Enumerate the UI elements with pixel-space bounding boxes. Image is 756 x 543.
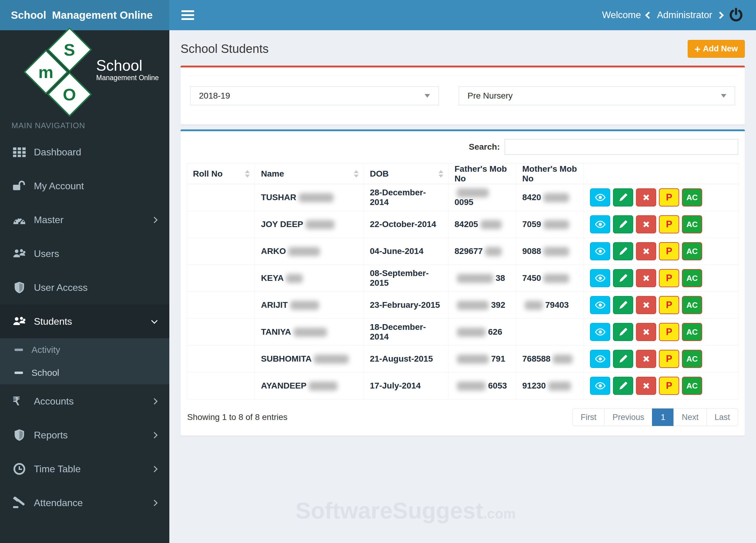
actions-cell: PAC <box>584 372 739 399</box>
ac-button[interactable]: AC <box>682 323 702 341</box>
column-header-dob[interactable]: DOB <box>364 164 448 184</box>
column-header-roll-no[interactable]: Roll No <box>187 164 255 184</box>
add-new-button[interactable]: + Add New <box>688 40 745 58</box>
ac-button[interactable]: AC <box>682 377 702 395</box>
ac-button[interactable]: AC <box>682 296 702 314</box>
page-button-last[interactable]: Last <box>706 408 738 426</box>
ac-button[interactable]: AC <box>682 269 702 287</box>
view-button[interactable] <box>590 323 610 341</box>
promote-button[interactable]: P <box>659 323 679 341</box>
father-mob-cell: 0095 <box>448 184 516 211</box>
mother-mob-cell: 8420 <box>516 184 584 211</box>
redacted-blur <box>543 193 569 202</box>
sidebar-subitem-label: School <box>31 368 59 378</box>
delete-button[interactable] <box>636 215 656 233</box>
ac-button[interactable]: AC <box>682 215 702 233</box>
view-button[interactable] <box>590 350 610 368</box>
edit-button[interactable] <box>613 188 633 206</box>
redacted-blur <box>481 220 502 229</box>
page-title: School Students <box>181 42 269 56</box>
delete-button[interactable] <box>636 242 656 260</box>
shield-icon <box>13 281 34 294</box>
class-select[interactable]: Pre Nursery <box>459 86 735 105</box>
dob-cell: 28-December-2014 <box>364 184 448 211</box>
edit-button[interactable] <box>613 269 633 287</box>
sidebar-item-reports[interactable]: Reports <box>0 418 169 452</box>
sidebar-item-attendance[interactable]: Attendance <box>0 486 169 520</box>
promote-button[interactable]: P <box>659 350 679 368</box>
sidebar-item-label: Reports <box>34 430 68 441</box>
promote-button[interactable]: P <box>659 377 679 395</box>
sidebar-item-dashboard[interactable]: Dashboard <box>0 135 169 169</box>
column-header-name[interactable]: Name <box>255 164 364 184</box>
sidebar-item-label: Students <box>34 316 72 327</box>
delete-button[interactable] <box>636 188 656 206</box>
sidebar-subitem-activity[interactable]: Activity <box>0 338 169 361</box>
redacted-blur <box>457 328 486 337</box>
name-cell: KEYA <box>255 265 364 292</box>
redacted-blur <box>457 301 489 310</box>
edit-button[interactable] <box>613 215 633 233</box>
page-button-1[interactable]: 1 <box>652 408 674 426</box>
promote-button[interactable]: P <box>659 269 679 287</box>
user-menu[interactable]: Welcome Administrator <box>602 7 744 23</box>
brand-link[interactable]: School Management Online <box>0 0 169 30</box>
edit-button[interactable] <box>613 350 633 368</box>
promote-button[interactable]: P <box>659 242 679 260</box>
sidebar-nav: DashboardMy AccountMasterUsersUser Acces… <box>0 135 169 520</box>
ac-button[interactable]: AC <box>682 350 702 368</box>
actions-cell: PAC <box>584 319 739 346</box>
sidebar-item-students[interactable]: Students <box>0 304 169 338</box>
chevron-left-icon <box>645 11 653 19</box>
edit-button[interactable] <box>613 242 633 260</box>
sidebar-item-my-account[interactable]: My Account <box>0 169 169 203</box>
page-button-first[interactable]: First <box>572 408 604 426</box>
view-button[interactable] <box>590 377 610 395</box>
name-cell: AYANDEEP <box>255 372 364 399</box>
search-input[interactable] <box>505 139 738 155</box>
page-button-previous[interactable]: Previous <box>604 408 652 426</box>
sidebar-item-master[interactable]: Master <box>0 203 169 237</box>
delete-button[interactable] <box>636 350 656 368</box>
view-button[interactable] <box>590 296 610 314</box>
view-button[interactable] <box>590 215 610 233</box>
edit-button[interactable] <box>613 296 633 314</box>
table-row: SUBHOMITA21-August-2015791768588PAC <box>187 346 739 372</box>
delete-button[interactable] <box>636 269 656 287</box>
sidebar-toggle-icon[interactable] <box>181 10 194 20</box>
view-button[interactable] <box>590 188 610 206</box>
column-header-mother-s-mob-no: Mother's Mob No <box>516 164 584 184</box>
watermark: SoftwareSuggest.com <box>295 497 516 524</box>
view-button[interactable] <box>590 269 610 287</box>
promote-button[interactable]: P <box>659 215 679 233</box>
promote-button[interactable]: P <box>659 296 679 314</box>
power-icon[interactable] <box>728 7 744 23</box>
ac-button[interactable]: AC <box>682 188 702 206</box>
ac-button[interactable]: AC <box>682 242 702 260</box>
edit-button[interactable] <box>613 323 633 341</box>
sidebar-item-users[interactable]: Users <box>0 237 169 271</box>
promote-button[interactable]: P <box>659 188 679 206</box>
page-button-next[interactable]: Next <box>673 408 707 426</box>
table-row: AYANDEEP17-July-2014605391230PAC <box>187 372 739 399</box>
pagination: FirstPrevious1NextLast <box>572 408 738 426</box>
students-table: Roll NoNameDOBFather's Mob NoMother's Mo… <box>187 163 739 399</box>
sidebar-submenu: ActivitySchool <box>0 338 169 384</box>
sidebar-item-accounts[interactable]: ₹Accounts <box>0 384 169 418</box>
session-select[interactable]: 2018-19 <box>190 86 439 105</box>
roll-cell <box>187 372 255 399</box>
father-mob-cell: 84205 <box>448 211 516 238</box>
edit-button[interactable] <box>613 377 633 395</box>
delete-button[interactable] <box>636 377 656 395</box>
delete-button[interactable] <box>636 296 656 314</box>
sidebar-subitem-school[interactable]: School <box>0 361 169 384</box>
view-button[interactable] <box>590 242 610 260</box>
redacted-blur <box>288 247 320 256</box>
dob-cell: 17-July-2014 <box>364 372 448 399</box>
roll-cell <box>187 211 255 238</box>
sidebar-item-user-access[interactable]: User Access <box>0 271 169 304</box>
table-row: TANIYA18-December-2014626PAC <box>187 319 739 346</box>
delete-button[interactable] <box>636 323 656 341</box>
sidebar-item-time-table[interactable]: Time Table <box>0 452 169 486</box>
redacted-blur <box>299 193 334 202</box>
